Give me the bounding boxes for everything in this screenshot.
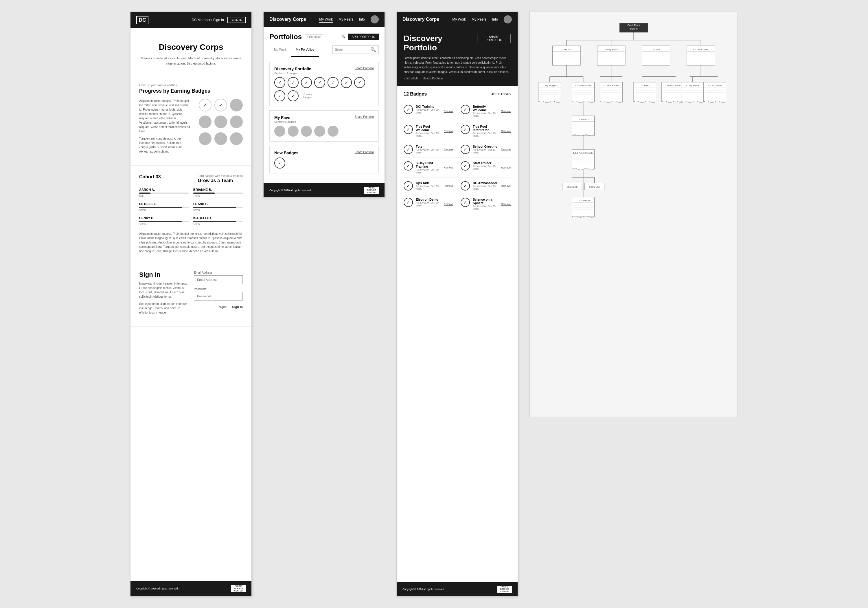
delete-portfolio-link[interactable]: Delete Portfolio (423, 77, 443, 80)
badge-item-ops-aide: ✓ Ops Aide Achieved on Jun 29, 2016 Remo… (404, 178, 457, 194)
badge-info-dci: DCI Training Achieved on Jun 29, 2016 (416, 105, 441, 114)
badge-name-dc-ambassador: DC Ambassador (473, 181, 498, 185)
badge-remove-dc-ambassador[interactable]: Remove (501, 184, 511, 187)
user-avatar[interactable] (370, 16, 379, 23)
share-portfolio-btn-favs[interactable]: Share Portfolio (355, 115, 374, 118)
card-info-favs: My Favs Contains 5 badges (274, 115, 296, 123)
badge-remove-science-sphere[interactable]: Remove (501, 203, 511, 205)
card-title-favs: My Favs (274, 115, 296, 120)
svg-text:3.1 Feed: 3.1 Feed (640, 84, 649, 87)
card-header-new: New Badges Share Portfolio (274, 151, 374, 155)
member-name-aaron: AARON A. (139, 188, 189, 191)
portfolios-title: Portfolios (270, 33, 302, 41)
share-portfolio-button[interactable]: SHARE PORTFOLIO (477, 34, 511, 43)
team-title: Grow as a Team (198, 178, 243, 183)
member-name-isabelle: ISABELLE I. (193, 216, 243, 220)
badge-remove-dcsi-training[interactable]: Remove (443, 166, 453, 169)
share-portfolio-btn-new[interactable]: Share Portfolio (355, 151, 374, 154)
badge-check-science-sphere: ✓ (460, 198, 470, 207)
new-badge-icon-1: ✓ (274, 157, 285, 168)
p3-nav-my-peers[interactable]: My Peers (471, 17, 487, 22)
badge-date-school-greeting: Achieved on Oct 11, 2016 (473, 148, 498, 154)
badges-grid: ✓ DCI Training Achieved on Jun 29, 2016 … (404, 101, 511, 214)
cohort-members: AARON A. 8/35 BRIANNE B. 15/35 ESTELLE E… (139, 188, 243, 226)
signin-actions: Forgot? Sign In (194, 305, 243, 309)
badge-remove-ops-aide[interactable]: Remove (443, 184, 453, 187)
badge-info-science-sphere: Science on a Sphere Achieved on Jun 29, … (473, 198, 498, 210)
team-label: Earn badges with friends & trainers (198, 174, 243, 177)
tab-my-work[interactable]: My Work (270, 45, 291, 57)
badge-icon-8: ✓ (274, 90, 285, 101)
dc-logo: DC (136, 16, 149, 24)
svg-text:3.0 Info: 3.0 Info (653, 48, 660, 51)
progress-bar-isabelle (193, 221, 243, 222)
badge-item-tidepool-interpreter: ✓ Tide Pool Interpreter Achieved on Jun … (457, 121, 511, 141)
badge-remove-school-greeting[interactable]: Remove (501, 148, 511, 151)
refresh-icon[interactable]: ↻ (342, 34, 346, 39)
add-portfolio-button[interactable]: ADD PORTFOLIO (348, 34, 379, 40)
fav-circle-3 (301, 126, 312, 137)
badge-icon-2: ✓ (288, 77, 299, 88)
svg-text:Cont. From: Cont. From (627, 24, 640, 26)
signin-button[interactable]: SIGN IN (228, 17, 246, 23)
search-input[interactable] (335, 48, 370, 51)
password-label: Password (194, 288, 243, 291)
badge-remove-tidepool-welcome[interactable]: Remove (443, 130, 453, 132)
more-badges-label: +3 more badges (301, 93, 314, 99)
footer-logo: PACIFIC SCIENCE CENTER (231, 585, 246, 592)
card-header-favs: My Favs Contains 5 badges Share Portfoli… (274, 115, 374, 123)
badge-remove-dci[interactable]: Remove (443, 110, 453, 113)
detail-hero: Discovery Portfolio SHARE PORTFOLIO Lore… (397, 27, 518, 86)
badge-name-dci: DCI Training (416, 105, 441, 108)
tab-my-portfolios[interactable]: My Portfolios (291, 45, 319, 57)
badge-remove-electron-demo[interactable]: Remove (443, 203, 453, 205)
svg-text:4.2 Passward: 4.2 Passward (708, 84, 722, 87)
badge-name-school-greeting: School Greeting (473, 145, 498, 148)
badge-item-dci-training: ✓ DCI Training Achieved on Jun 29, 2016 … (404, 101, 457, 121)
signin-submit-btn[interactable]: Sign In (232, 305, 243, 309)
new-badge-strip: ✓ (274, 157, 374, 168)
card-title-new: New Badges (274, 151, 298, 155)
badge-info-dcsi-training: 3-Day DCSI Training Achieved on Jun 29, … (416, 161, 441, 174)
card-header-discovery: Discovery Portfolio Contains 12 badges S… (274, 67, 374, 75)
badge-icon-7: ✓ (354, 77, 365, 88)
hero-section: Discovery Corps Mauris convallis at ex v… (130, 28, 251, 75)
svg-text:4.1 My Profile: 4.1 My Profile (686, 84, 699, 87)
nav-my-peers[interactable]: My Peers (338, 17, 353, 22)
badges-label: Level up your skills & abilities (139, 84, 243, 87)
p3-nav-info[interactable]: Info (492, 17, 498, 22)
add-badges-button[interactable]: ADD BADGES (491, 93, 511, 96)
fav-circle-4 (314, 126, 325, 137)
forgot-link[interactable]: Forgot? (216, 305, 228, 309)
password-input[interactable] (194, 292, 243, 300)
detail-badges-section: 12 Badges ADD BADGES ✓ DCI Training Achi… (397, 86, 518, 582)
svg-text:Share Link: Share Link (589, 186, 600, 188)
badge-remove-staff-trainer[interactable]: Remove (501, 166, 511, 169)
nav-info[interactable]: Info (359, 17, 365, 22)
search-icon: 🔍 (370, 47, 376, 53)
badge-date-science-sphere: Achieved on Jun 29, 2016 (473, 205, 498, 210)
badge-item-tidepool-welcome: ✓ Tide Pool Welcome Achieved on Jun 29, … (404, 121, 457, 141)
badge-remove-tidepool-interpreter[interactable]: Remove (501, 130, 511, 132)
p3-nav-my-work[interactable]: My Work (452, 17, 466, 22)
badge-remove-butterfly[interactable]: Remove (501, 110, 511, 113)
badge-row-2 (199, 115, 243, 128)
panel-landing: DC DC Members Sign In SIGN IN Discovery … (130, 12, 252, 596)
p3-user-avatar[interactable] (504, 16, 512, 23)
nav-my-work[interactable]: My Work (319, 17, 333, 22)
share-portfolio-btn-discovery[interactable]: Share Portfolio (355, 67, 374, 70)
detail-header: Discovery Corps My Work My Peers Info (397, 12, 518, 27)
svg-text:Sign In: Sign In (629, 27, 637, 30)
svg-text:1.1 My Progress: 1.1 My Progress (542, 84, 558, 87)
landing-header: DC DC Members Sign In SIGN IN (130, 12, 251, 28)
p3-footer-logo-text: PACIFIC SCIENCE CENTER (498, 586, 512, 592)
svg-text:2.0 Peer Profiles: 2.0 Peer Profiles (603, 84, 620, 87)
edit-details-link[interactable]: Edit Details (404, 77, 418, 80)
p3-nav: My Work My Peers Info (452, 16, 512, 23)
badge-item-tots: ✓ Tots Achieved on Jun 29, 2016 Remove (404, 141, 457, 158)
badge-remove-tots[interactable]: Remove (443, 148, 453, 151)
svg-text:3.2 Info & Calendar: 3.2 Info & Calendar (663, 84, 682, 87)
signin-left: Sign In In pulvinar tincidunt sapien in … (139, 271, 188, 317)
badge-icon-1: ✓ (274, 77, 285, 88)
email-input[interactable] (194, 275, 243, 284)
